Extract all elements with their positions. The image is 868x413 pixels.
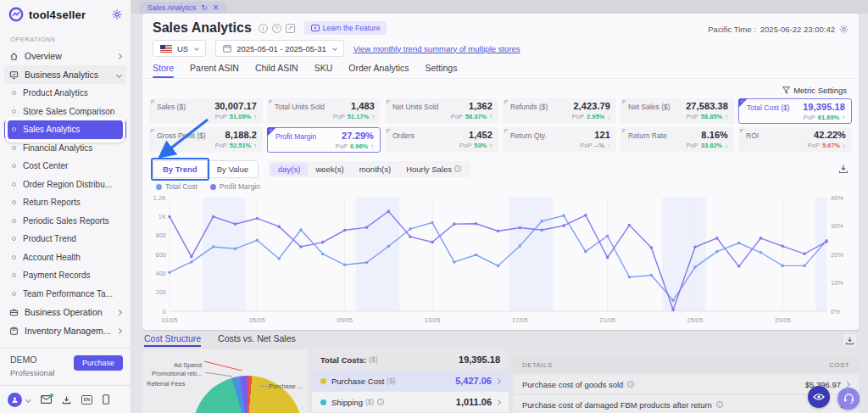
time-settings-gear-icon[interactable] <box>839 25 849 34</box>
share-icon[interactable]: ↗ <box>286 24 295 33</box>
tab-child-asin[interactable]: Child ASIN <box>255 63 298 78</box>
date-range-select[interactable]: 2025-05-01 - 2025-05-31 <box>215 40 344 57</box>
granularity-days[interactable]: day(s) <box>270 163 308 176</box>
marketplace-select[interactable]: US <box>153 40 206 57</box>
chart-download-icon[interactable] <box>838 164 849 174</box>
notification-dot <box>50 393 53 397</box>
svg-text:0: 0 <box>163 308 166 315</box>
tab-costs-vs-net-sales[interactable]: Costs vs. Net Sales <box>218 333 296 347</box>
metric-card-refunds[interactable]: Refunds ($)2,423.79PoP2.95%↓ <box>503 98 616 124</box>
details-row-goods-sold[interactable]: Purchase cost of goods sold i $5,396.97 <box>513 375 859 393</box>
privacy-eye-button[interactable] <box>808 386 830 408</box>
sidebar-item-business-operation[interactable]: Business Operation <box>0 303 131 321</box>
window-tab-sales-analytics[interactable]: Sales Analytics ↻ ✕ <box>140 2 226 14</box>
details-header: DETAILS COST <box>513 357 859 373</box>
tab-sku[interactable]: SKU <box>314 63 333 78</box>
sidebar-item-return-reports[interactable]: Return Reports <box>0 193 131 212</box>
mail-icon[interactable] <box>41 395 52 404</box>
cost-download-icon[interactable] <box>843 334 856 347</box>
purchase-cost-row[interactable]: Purchase Cost ($) 5,427.06 <box>312 371 509 391</box>
pie-chart[interactable] <box>192 376 303 413</box>
sidebar-item-overview[interactable]: Overview <box>0 47 131 65</box>
metric-card-orders[interactable]: Orders1,452PoP53%↑ <box>385 127 498 153</box>
chevron-right-icon <box>116 309 122 315</box>
tab-settings[interactable]: Settings <box>425 63 457 78</box>
legend-dot <box>156 184 162 190</box>
sidebar-item-product-analytics[interactable]: Product Analytics <box>0 84 131 103</box>
granularity-hourly-sales[interactable]: Hourly Salesi <box>398 163 469 176</box>
svg-text:25/05: 25/05 <box>687 316 704 324</box>
briefcase-icon <box>9 308 19 317</box>
bullet-icon <box>12 109 16 114</box>
sidebar-item-order-region-distribution[interactable]: Order Region Distribu... <box>0 176 131 194</box>
total-costs-value: 19,395.18 <box>459 354 500 365</box>
language-icon[interactable]: EN <box>81 395 92 405</box>
metric-card-sales[interactable]: Sales ($)30,007.17PoP51.09%↑ <box>149 98 263 124</box>
learn-the-feature-button[interactable]: Learn the Feature <box>304 21 387 35</box>
sidebar-item-financial-analytics[interactable]: Financial Analytics <box>0 139 131 158</box>
metric-card-net-units-sold[interactable]: Net Units Sold1,362PoP58.37%↑ <box>385 98 498 124</box>
tab-parent-asin[interactable]: Parent ASIN <box>190 63 239 78</box>
metric-cards: Sales ($)30,007.17PoP51.09%↑ Total Units… <box>149 98 852 153</box>
legend-total-cost[interactable]: Total Cost <box>156 182 198 191</box>
granularity-months[interactable]: month(s) <box>352 163 398 176</box>
help-icon[interactable]: ? <box>272 24 281 33</box>
tab-order-analytics[interactable]: Order Analytics <box>348 63 409 78</box>
info-icon[interactable]: i <box>377 399 384 405</box>
mobile-app-icon[interactable] <box>103 394 109 405</box>
metric-card-net-sales[interactable]: Net Sales ($)27,583.38PoP58.85%↑ <box>620 98 734 124</box>
metric-card-total-units-sold[interactable]: Total Units Sold1,483PoP51.17%↑ <box>267 98 381 124</box>
sidebar-item-inventory-management[interactable]: Inventory Managem... <box>0 321 131 340</box>
support-headset-button[interactable] <box>837 388 860 410</box>
shipping-value: 1,011.06 <box>456 397 492 407</box>
info-icon[interactable]: i <box>627 381 634 388</box>
sidebar-item-payment-records[interactable]: Payment Records <box>0 266 131 285</box>
legend-profit-margin[interactable]: Profit Margin <box>210 182 260 191</box>
metric-card-profit-margin[interactable]: Profit Margin27.29%PoP0.96%↑ <box>267 127 381 153</box>
pie-label-promotional: Promotional reb... <box>152 370 202 377</box>
granularity-weeks[interactable]: week(s) <box>308 163 351 176</box>
shipping-row[interactable]: Shipping ($) i 1,011.06 <box>312 392 509 412</box>
sidebar-item-business-analytics[interactable]: Business Analytics <box>4 65 126 84</box>
sidebar-item-sales-analytics[interactable]: Sales Analytics <box>4 120 126 139</box>
sidebar-item-cost-center[interactable]: Cost Center <box>0 157 131 176</box>
by-value-button[interactable]: By Value <box>208 161 258 177</box>
info-icon[interactable]: i <box>716 401 723 408</box>
details-row-damaged-fbm[interactable]: Purchase cost of damaged FBM products af… <box>513 395 859 413</box>
sidebar-gear-icon[interactable] <box>112 9 122 20</box>
sidebar-item-store-sales-comparison[interactable]: Store Sales Comparison <box>0 103 131 121</box>
svg-text:1.2K: 1.2K <box>153 194 166 202</box>
tab-store[interactable]: Store <box>153 63 174 78</box>
video-icon <box>311 25 320 31</box>
metric-card-return-rate[interactable]: Return Rate8.16%PoP33.82%↓ <box>620 127 734 153</box>
main-panel: Sales Analytics i ? ↗ Learn the Feature … <box>142 14 859 330</box>
bullet-icon <box>12 200 16 204</box>
sidebar-item-periodic-sales-reports[interactable]: Periodic Sales Reports <box>0 212 131 231</box>
cost-structure-pie-chart: Ad Spend Promotional reb... Referral Fee… <box>142 349 309 413</box>
metric-card-total-cost[interactable]: Total Cost ($)19,395.18PoP61.69%↑ <box>738 98 852 124</box>
user-avatar[interactable] <box>8 393 22 407</box>
bullet-icon <box>12 127 16 131</box>
metric-card-return-qty[interactable]: Return Qty.121PoP--%↓ <box>503 127 616 153</box>
chevron-down-icon[interactable] <box>25 396 31 402</box>
leader-line <box>205 372 232 377</box>
metric-card-gross-profit[interactable]: Gross Profit ($)8,188.2PoP52.51%↑ <box>149 127 263 153</box>
inventory-box-icon <box>9 326 19 336</box>
close-icon[interactable]: ✕ <box>213 4 220 12</box>
sidebar-item-team-performance[interactable]: Team Performance Ta... <box>0 285 131 304</box>
purchase-cost-value: 5,427.06 <box>455 376 492 386</box>
download-icon[interactable] <box>62 395 71 405</box>
purchase-button[interactable]: Purchase <box>74 355 123 371</box>
bullet-icon <box>12 182 16 187</box>
cost-summary-table: Total Costs: ($) 19,395.18 Purchase Cost… <box>312 349 509 413</box>
monthly-trend-link[interactable]: View monthly trend summary of multiple s… <box>353 44 520 53</box>
by-trend-button[interactable]: By Trend <box>153 161 208 177</box>
metric-card-roi[interactable]: ROI42.22%PoP5.67%↓ <box>738 127 852 153</box>
sidebar-item-product-trend[interactable]: Product Trend <box>0 230 131 248</box>
info-icon[interactable]: i <box>259 24 268 33</box>
tab-cost-structure[interactable]: Cost Structure <box>144 333 201 347</box>
svg-text:1K: 1K <box>159 213 166 220</box>
sidebar-item-account-health[interactable]: Account Health <box>0 248 131 267</box>
refresh-icon[interactable]: ↻ <box>201 4 208 12</box>
metric-settings-button[interactable]: Metric Settings <box>782 86 847 95</box>
